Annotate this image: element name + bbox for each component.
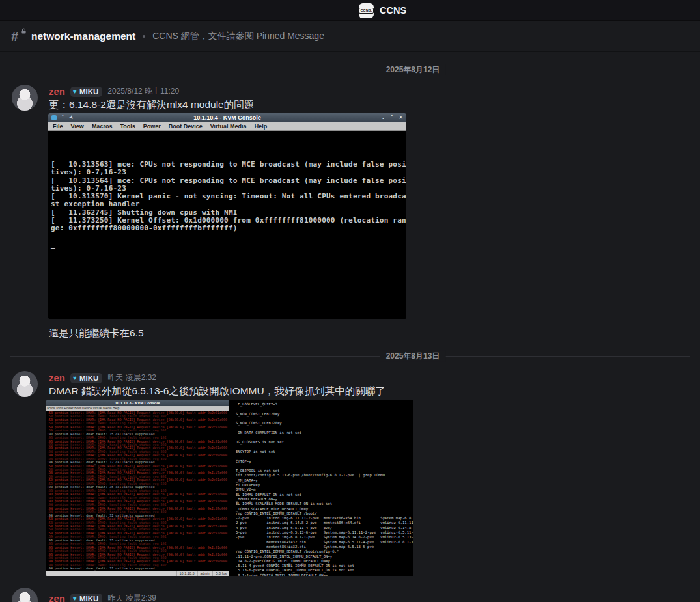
kvm1-window-controls: ⌄⌃✕ [381,113,403,122]
avatar[interactable] [12,85,38,111]
message-timestamp: 昨天 凌晨2:32 [107,372,156,383]
message-header: zen ♥ MIKU 昨天 凌晨2:39 [49,592,156,602]
kvm1-menubar: FileViewMacrosToolsPowerBoot DeviceVirtu… [48,122,406,131]
kvm-console-screenshot-1[interactable]: ⌃ ➤ 10.1.10.4 - KVM Console ⌄⌃✕ FileView… [48,113,406,319]
avatar[interactable] [12,371,38,397]
statusbar-item: 5.0 fps [212,571,229,576]
date-divider-label: 2025年8月12日 [380,64,446,75]
role-badge-label: MIKU [79,595,98,602]
kvm1-menu-item: Virtual Media [210,123,247,130]
miku-heart-icon: ♥ [73,89,77,95]
header-separator-dot [143,35,145,38]
statusbar-item: 10.1.10.3 [176,571,197,576]
channel-name: network-management [31,31,135,42]
role-badge-label: MIKU [79,374,98,382]
message-header: zen ♥ MIKU 2025/8/12 晚上11:20 [49,85,179,98]
kvm1-menu-item: Tools [120,123,135,130]
kvm1-console-output: [ 10.313563] mce: CPUs not responding to… [48,131,406,319]
date-divider-line [10,356,690,357]
role-badge-miku: ♥ MIKU [70,373,102,383]
miku-heart-icon: ♥ [73,375,77,381]
statusbar-item: admin [197,571,213,576]
iommu-config-text: .E_LOGLEVEL_QUIET=3 S_NON_CONST_LEB128=y… [236,402,413,576]
avatar[interactable] [12,588,38,602]
date-divider-line [10,70,690,70]
kernel-panic-text: [ 10.313563] mce: CPUs not responding to… [51,161,406,249]
kvm1-menu-item: File [53,123,63,130]
role-badge-miku: ♥ MIKU [70,87,102,97]
username[interactable]: zen [49,593,65,602]
message-text: 更：6.14.8-2還是沒有解決mlx4 module的問題 [49,98,254,112]
window-control-icon: ⌄ [381,113,385,122]
kvm2-terminal-pane: .E_LOGLEVEL_QUIET=3 S_NON_CONST_LEB128=y… [229,400,413,576]
discord-app: CCNS. CCNS # network-management CCNS 網管，… [0,0,700,602]
window-control-icon: ⌃ [390,113,395,122]
kvm-console-screenshot-2[interactable]: 10.1.10.3 - KVM Console acros Tools Powe… [46,400,413,576]
kvm1-menu-item: Macros [92,123,113,130]
channel-header: # network-management CCNS 網管，文件請參閱 Pinne… [0,21,700,52]
message-text: DMAR 錯誤外加從6.5.13-6之後預設開啟IOMMU，我好像抓到其中的關聯… [49,385,385,398]
date-divider-label: 2025年8月13日 [380,351,446,362]
kvm2-log: :58 pentium kernel: DMAR: [DMA Read NO_P… [46,411,229,571]
role-badge-miku: ♥ MIKU [70,594,102,602]
message-timestamp: 2025/8/12 晚上11:20 [107,86,179,97]
miku-heart-icon: ♥ [73,595,77,602]
message-header: zen ♥ MIKU 昨天 凌晨2:32 [49,372,156,384]
channel-hash-lock-icon: # [11,29,25,44]
kvm1-menu-item: Boot Device [169,123,203,130]
kvm2-titlebar: 10.1.10.3 - KVM Console [46,400,229,406]
channel-topic[interactable]: CCNS 網管，文件請參閱 Pinned Message [152,31,324,42]
username[interactable]: zen [49,86,65,97]
server-icon[interactable]: CCNS. [359,3,374,18]
role-badge-label: MIKU [79,88,98,96]
window-control-icon: ✕ [399,113,403,122]
kvm1-window-title: 10.1.10.4 - KVM Console [48,115,406,121]
username[interactable]: zen [49,372,65,383]
kvm2-menubar: acros Tools Power Boot Device Virtual Me… [46,406,229,411]
kvm2-window-title: 10.1.10.3 - KVM Console [46,401,229,405]
kvm2-statusbar: 10.1.10.3admin5.0 fps [46,571,229,576]
kvm1-titlebar: ⌃ ➤ 10.1.10.4 - KVM Console ⌄⌃✕ [48,113,406,122]
server-icon-text: CCNS. [359,8,373,14]
kvm1-menu-item: View [71,123,84,130]
server-title: CCNS [380,5,406,16]
kvm1-menu-item: Help [255,123,268,130]
kvm2-window: 10.1.10.3 - KVM Console acros Tools Powe… [46,400,229,576]
lock-icon [21,28,27,34]
kvm1-menu-item: Power [143,123,161,130]
chat-messages-area: 2025年8月12日 zen ♥ MIKU 2025/8/12 晚上11:20 … [0,53,700,602]
kvm2-log-line: :04 pentium kernel: dmar_fault: 32 callb… [47,567,229,570]
server-topbar: CCNS. CCNS [0,0,700,21]
message-timestamp: 昨天 凌晨2:39 [107,593,156,602]
message-followup-text: 還是只能繼續卡在6.5 [49,327,144,340]
